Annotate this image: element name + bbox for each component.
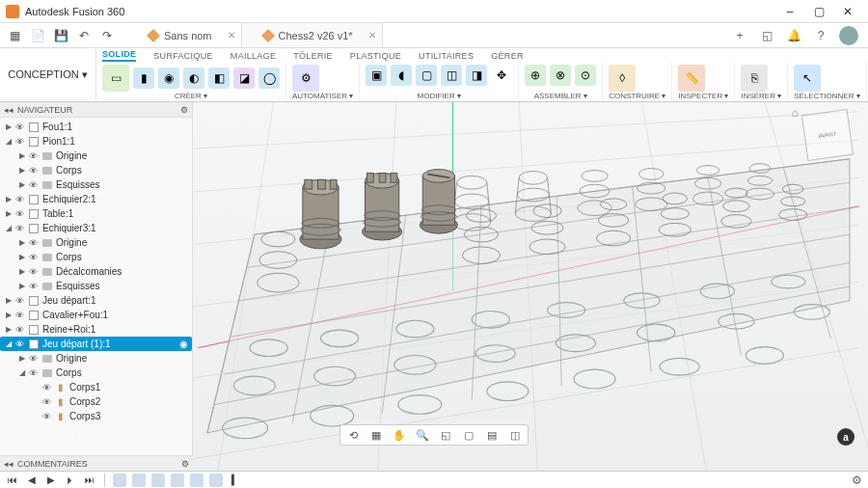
visibility-icon[interactable]: 👁 [41,397,52,407]
chevron-icon[interactable]: ◢ [4,339,14,348]
group-label[interactable]: INSPECTER ▾ [678,92,728,100]
visibility-icon[interactable]: 👁 [27,267,39,277]
timeline-marker[interactable]: ▍ [229,474,242,487]
orbit-icon[interactable]: ⟲ [344,426,362,444]
chevron-icon[interactable]: ▶ [17,151,27,160]
notifications-icon[interactable]: 🔔 [785,27,802,44]
ribbon-tab-solide[interactable]: SOLIDE [102,49,136,62]
canvas[interactable]: ⌂ AVANT ◂◂ NAVIGATEUR ⚙ ▶👁Fou1:1◢👁Pion1:… [0,102,868,471]
home-view-icon[interactable]: ⌂ [792,106,799,120]
visibility-icon[interactable]: 👁 [14,122,25,132]
timeline-start[interactable]: ⏮ [6,474,19,487]
chevron-icon[interactable]: ▶ [17,180,27,189]
visibility-icon[interactable]: 👁 [27,151,39,161]
visibility-icon[interactable]: 👁 [41,412,52,421]
group-label[interactable]: ASSEMBLER ▾ [525,92,596,100]
ribbon-tab-gerer[interactable]: GÉRER [491,51,524,61]
visibility-icon[interactable]: 👁 [27,354,39,364]
display-icon[interactable]: ▢ [460,426,477,444]
doc-tab-0[interactable]: Sans nom ✕ [127,23,242,47]
chevron-icon[interactable]: ▶ [17,354,27,363]
insert-icon[interactable]: ⎘ [741,65,768,92]
new-design-icon[interactable]: + [731,27,748,44]
ribbon-tab-utilitaires[interactable]: UTILITAIRES [419,51,474,61]
fit-icon[interactable]: ◱ [437,426,454,444]
tree-node[interactable]: ◢👁Pion1:1 [0,134,192,149]
chevron-icon[interactable]: ▶ [17,282,27,290]
tree-node[interactable]: ◢👁Corps [0,366,192,380]
timeline-feature[interactable] [113,474,126,487]
pressdrag-icon[interactable]: ▣ [366,65,387,86]
hole-icon[interactable]: ◯ [258,68,280,89]
group-label[interactable]: AUTOMATISER ▾ [292,92,353,100]
window-close[interactable]: ✕ [833,1,862,22]
workspace-switcher[interactable]: CONCEPTION ▾ [0,48,96,101]
tree-node[interactable]: ▶👁Echiquier2:1 [0,192,192,206]
viewcube[interactable]: AVANT [801,109,854,161]
grid-icon[interactable]: ▤ [483,426,501,444]
visibility-icon[interactable]: 👁 [14,224,25,233]
tree-node[interactable]: ◢👁Jeu départ (1):1◉ [0,337,192,351]
tree-node[interactable]: ◢👁Echiquier3:1 [0,221,192,235]
gear-icon[interactable]: ⚙ [181,459,189,469]
group-label[interactable]: CONSTRUIRE ▾ [609,92,665,100]
visibility-icon[interactable]: 👁 [27,368,39,378]
tree-node[interactable]: ▶👁Décalcomanies [0,264,192,279]
chevron-icon[interactable]: ▶ [17,267,27,276]
close-icon[interactable]: ✕ [368,30,376,41]
plane-icon[interactable]: ◊ [609,65,636,92]
visibility-icon[interactable]: 👁 [27,166,39,176]
extrude-icon[interactable]: ▮ [133,68,154,89]
fillet-icon[interactable]: ◖ [391,65,412,86]
visibility-icon[interactable]: 👁 [27,238,39,248]
sweep-icon[interactable]: ◐ [183,68,204,89]
tree-node[interactable]: ▶👁Jeu départ:1 [0,293,192,308]
rigid-icon[interactable]: ⊙ [575,65,596,86]
group-label[interactable]: INSÉRER ▾ [741,92,781,100]
chevron-icon[interactable]: ◢ [17,368,27,377]
joint-icon[interactable]: ⊕ [525,65,546,86]
tree-node[interactable]: ▶👁Table:1 [0,206,192,221]
tree-node[interactable]: ▶👁Corps [0,250,192,264]
group-label[interactable]: MODIFIER ▾ [366,92,512,100]
save-icon[interactable]: 💾 [50,25,71,46]
visibility-icon[interactable]: 👁 [14,325,25,335]
ribbon-tab-plastique[interactable]: PLASTIQUE [350,51,401,61]
tree-node[interactable]: ▶👁Esquisses [0,177,192,192]
viewports-icon[interactable]: ◫ [506,426,524,444]
shell-icon[interactable]: ▢ [416,65,437,86]
chevron-icon[interactable]: ◢ [4,137,14,146]
visibility-icon[interactable]: 👁 [27,282,39,291]
tree-node[interactable]: ▶👁Origine [0,235,192,250]
loft-icon[interactable]: ◧ [208,68,230,89]
chevron-icon[interactable]: ▶ [4,311,14,319]
visibility-icon[interactable]: 👁 [14,311,25,320]
visibility-icon[interactable]: 👁 [41,383,52,393]
emboss-icon[interactable]: ◪ [233,68,255,89]
window-minimize[interactable]: – [775,1,804,22]
timeline-feature[interactable] [132,474,146,487]
look-icon[interactable]: ▦ [367,426,385,444]
visibility-icon[interactable]: 👁 [27,253,39,262]
group-label[interactable]: SÉLECTIONNER ▾ [794,92,859,100]
timeline-feature[interactable] [209,474,223,487]
chevron-icon[interactable]: ▶ [4,195,14,203]
visibility-icon[interactable]: 👁 [14,209,25,219]
asbuilt-icon[interactable]: ⊗ [550,65,571,86]
tree-node[interactable]: ▶👁Reine+Roi:1 [0,322,192,337]
chevron-icon[interactable]: ▶ [4,296,14,305]
visibility-icon[interactable]: 👁 [14,296,25,306]
chevron-icon[interactable]: ▶ [17,166,27,175]
sketch-icon[interactable]: ▭ [102,65,129,92]
ribbon-tab-tolerie[interactable]: TÔLERIE [293,51,333,61]
combine-icon[interactable]: ◫ [441,65,462,86]
select-icon[interactable]: ↖ [794,65,821,92]
ribbon-tab-surfacique[interactable]: SURFACIQUE [153,51,213,61]
zoom-icon[interactable]: 🔍 [414,426,431,444]
file-menu-icon[interactable]: 📄 [27,25,48,46]
timeline-next[interactable]: ⏵ [64,474,77,487]
help-icon[interactable]: ? [812,27,829,44]
visibility-icon[interactable]: 👁 [14,195,25,204]
comments-panel-header[interactable]: ◂◂ COMMENTAIRES ⚙ [0,455,193,471]
browser-header[interactable]: ◂◂ NAVIGATEUR ⚙ [0,102,192,118]
